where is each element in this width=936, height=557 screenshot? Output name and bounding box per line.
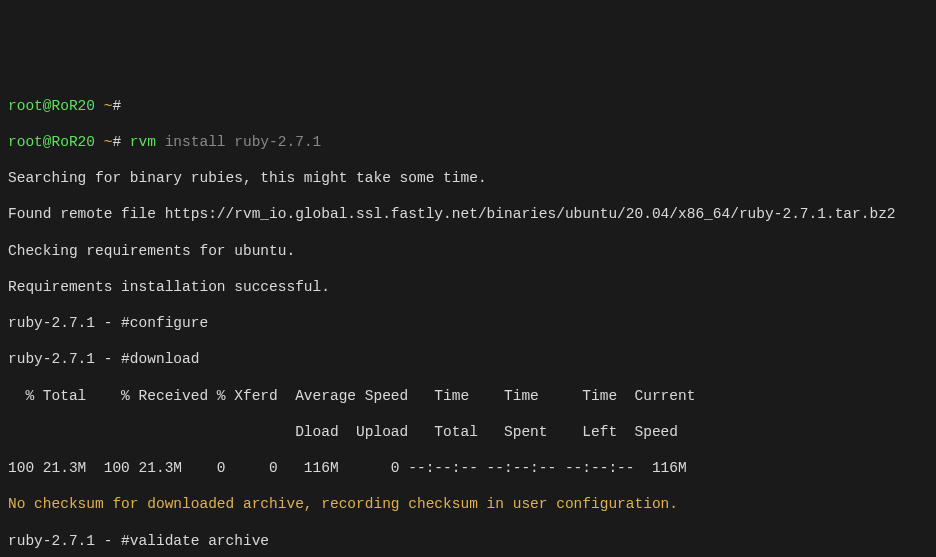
output-line: % Total % Received % Xferd Average Speed… (8, 387, 928, 405)
output-line: Checking requirements for ubuntu. (8, 242, 928, 260)
command-args: install ruby-2.7.1 (165, 134, 322, 150)
command-rvm: rvm (130, 134, 156, 150)
command-line-1: root@RoR20 ~# rvm install ruby-2.7.1 (8, 133, 928, 151)
output-warning: No checksum for downloaded archive, reco… (8, 495, 928, 513)
output-line: Requirements installation successful. (8, 278, 928, 296)
output-line: ruby-2.7.1 - #configure (8, 314, 928, 332)
output-line: Dload Upload Total Spent Left Speed (8, 423, 928, 441)
output-line: ruby-2.7.1 - #download (8, 350, 928, 368)
terminal-output[interactable]: root@RoR20 ~# root@RoR20 ~# rvm install … (8, 79, 928, 558)
output-line: Searching for binary rubies, this might … (8, 169, 928, 187)
output-line: Found remote file https://rvm_io.global.… (8, 205, 928, 223)
prompt-user: root (8, 98, 43, 114)
prompt-line: root@RoR20 ~# (8, 97, 928, 115)
output-line: 100 21.3M 100 21.3M 0 0 116M 0 --:--:-- … (8, 459, 928, 477)
output-line: ruby-2.7.1 - #validate archive (8, 532, 928, 550)
